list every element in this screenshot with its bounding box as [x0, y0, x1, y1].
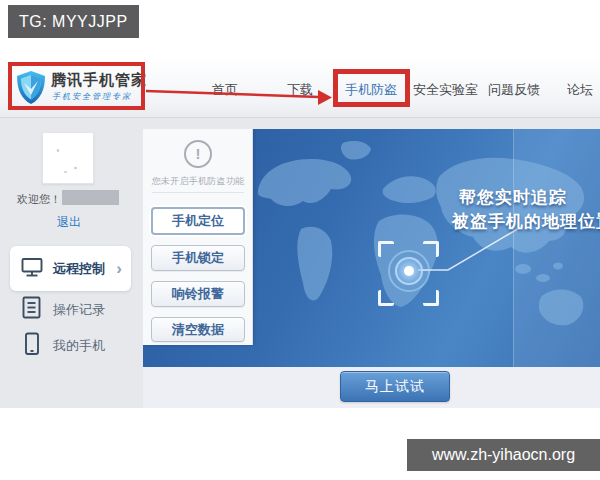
alert-circle-icon: !: [184, 140, 212, 168]
username-redacted: [62, 190, 119, 205]
nav-item-security-lab[interactable]: 安全实验室: [413, 81, 478, 99]
ring-alarm-button[interactable]: 响铃报警: [151, 281, 245, 307]
banner-headline-line2: 被盗手机的地理位置: [452, 210, 600, 233]
sidebar-item-my-phone[interactable]: 我的手机: [21, 331, 105, 361]
watermark-telegram: TG: MYYJJPP: [8, 5, 139, 38]
chevron-right-icon: ›: [116, 260, 122, 277]
banner-headline-line1: 帮您实时追踪: [459, 186, 567, 209]
annotation-box-logo: [8, 62, 145, 110]
annotation-arrow: [143, 80, 339, 110]
banner-right-panel: [513, 129, 600, 367]
sidebar-item-remote-control[interactable]: 远程控制 ›: [10, 246, 131, 291]
sidebar-item-label: 远程控制: [53, 260, 105, 278]
try-now-button[interactable]: 马上试试: [340, 371, 450, 402]
monitor-icon: [20, 255, 44, 283]
logout-link[interactable]: 退出: [57, 214, 81, 231]
lock-phone-button[interactable]: 手机锁定: [151, 245, 245, 271]
sidebar-item-label: 操作记录: [53, 301, 105, 319]
watermark-site-url: www.zh-yihaocn.org: [407, 439, 600, 471]
sidebar-item-operation-log[interactable]: 操作记录: [20, 295, 105, 324]
antitheft-panel: ! 您未开启手机防盗功能 手机定位 手机锁定 响铃报警 清空数据: [143, 129, 253, 345]
location-dot: [404, 266, 414, 276]
sidebar-item-label: 我的手机: [53, 337, 105, 355]
nav-item-forum[interactable]: 论坛: [567, 81, 593, 99]
antitheft-status-text: 您未开启手机防盗功能: [143, 175, 253, 188]
annotation-box-antitheft: [333, 69, 410, 107]
nav-item-feedback[interactable]: 问题反馈: [488, 81, 540, 99]
locate-phone-button[interactable]: 手机定位: [151, 207, 245, 235]
avatar: [42, 132, 94, 184]
welcome-text: 欢迎您！: [17, 192, 61, 207]
wipe-data-button[interactable]: 清空数据: [151, 317, 245, 342]
antitheft-banner: 帮您实时追踪 被盗手机的地理位置 ! 您未开启手机防盗功能 手机定位 手机锁定 …: [143, 129, 600, 367]
phone-icon: [21, 331, 43, 361]
list-icon: [20, 295, 43, 324]
banner-footer-strip: 马上试试: [143, 367, 600, 408]
panel-divider: [152, 192, 244, 193]
